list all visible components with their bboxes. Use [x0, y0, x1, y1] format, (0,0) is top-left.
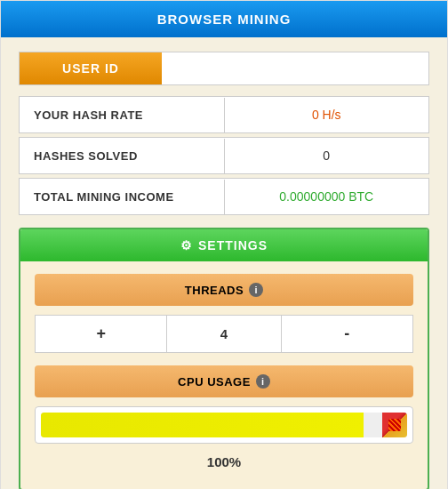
total-income-value: 0.00000000 BTC: [225, 179, 429, 214]
cpu-bar-fill: [41, 413, 364, 437]
threads-increase-button[interactable]: -: [281, 316, 412, 352]
app-container: BROWSER MINING USER ID YOUR HASH RATE 0 …: [0, 0, 448, 489]
settings-title: SETTINGS: [198, 238, 268, 253]
cpu-usage-label-box: CPU USAGE i: [35, 365, 413, 397]
main-content: USER ID YOUR HASH RATE 0 H/s HASHES SOLV…: [1, 37, 447, 489]
threads-value: 4: [167, 317, 280, 350]
settings-header: ⚙ SETTINGS: [20, 229, 428, 261]
user-id-input[interactable]: [162, 52, 428, 84]
cpu-bar-container[interactable]: [35, 406, 413, 444]
cpu-percent: 100%: [35, 451, 413, 477]
hashes-solved-label: HASHES SOLVED: [20, 139, 225, 173]
total-income-row: TOTAL MINING INCOME 0.00000000 BTC: [19, 178, 429, 215]
threads-decrease-button[interactable]: +: [36, 316, 167, 352]
user-id-button[interactable]: USER ID: [20, 52, 162, 84]
settings-panel: ⚙ SETTINGS THREADS i + 4 - CPU USAGE i: [19, 228, 429, 489]
threads-label: THREADS: [185, 284, 244, 297]
threads-label-box: THREADS i: [35, 274, 413, 306]
cpu-bar-track: [41, 413, 407, 437]
cpu-usage-info-icon[interactable]: i: [256, 374, 270, 389]
settings-body: THREADS i + 4 - CPU USAGE i: [20, 261, 428, 489]
hash-rate-row: YOUR HASH RATE 0 H/s: [19, 96, 429, 133]
user-id-row: USER ID: [19, 52, 429, 85]
threads-info-icon[interactable]: i: [249, 283, 263, 297]
total-income-label: TOTAL MINING INCOME: [20, 180, 225, 214]
cpu-usage-label: CPU USAGE: [178, 375, 251, 389]
cpu-bar-handle[interactable]: [382, 413, 407, 437]
page-header: BROWSER MINING: [1, 1, 447, 37]
gear-icon: ⚙: [180, 238, 193, 253]
hash-rate-label: YOUR HASH RATE: [20, 98, 225, 132]
hashes-solved-row: HASHES SOLVED 0: [19, 137, 429, 174]
hash-rate-value: 0 H/s: [225, 97, 429, 132]
header-title: BROWSER MINING: [157, 12, 292, 27]
threads-controls: + 4 -: [35, 315, 413, 353]
hashes-solved-value: 0: [225, 138, 429, 173]
